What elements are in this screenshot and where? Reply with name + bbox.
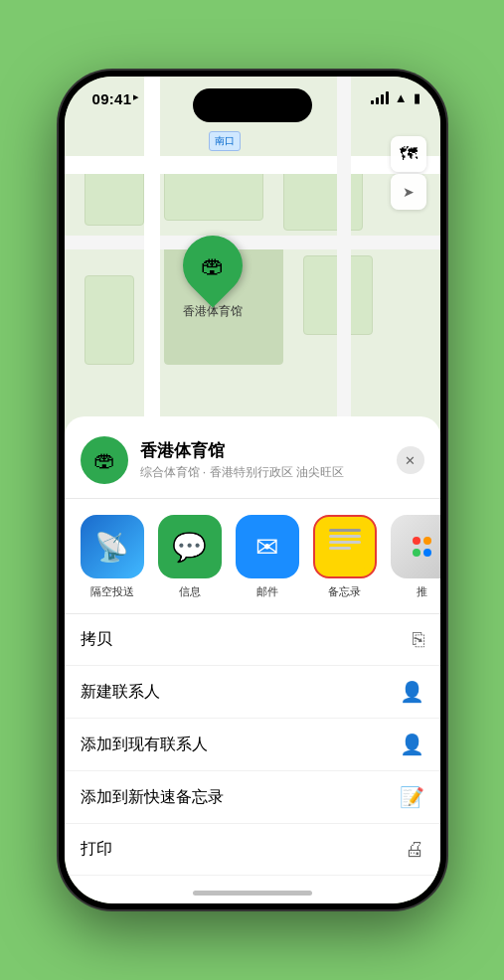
close-button[interactable]: ✕ — [397, 446, 424, 474]
venue-icon: 🏟 — [81, 436, 128, 484]
new-contact-icon: 👤 — [400, 680, 424, 704]
map-block — [84, 166, 144, 226]
battery-icon: ▮ — [414, 90, 420, 105]
notes-label: 备忘录 — [328, 584, 361, 599]
notes-icon-wrap — [313, 515, 377, 578]
menu-item-add-note-label: 添加到新快速备忘录 — [81, 787, 400, 808]
more-icon-wrap — [391, 515, 440, 578]
menu-list: 拷贝 ⎘ 新建联系人 👤 添加到现有联系人 👤 添加到新快速备忘录 📝 打印 — [65, 614, 440, 876]
location-arrow-icon: ▸ — [133, 90, 139, 103]
share-item-notes[interactable]: 备忘录 — [313, 515, 377, 599]
phone-frame: 09:41 ▸ ▲ ▮ — [59, 71, 446, 909]
menu-item-add-note[interactable]: 添加到新快速备忘录 📝 — [65, 771, 440, 824]
copy-icon: ⎘ — [413, 628, 424, 651]
map-block — [84, 275, 134, 365]
mail-label: 邮件 — [256, 584, 278, 599]
airdrop-label: 隔空投送 — [90, 584, 134, 599]
share-item-airdrop[interactable]: 📡 隔空投送 — [81, 515, 144, 599]
map-road-h — [65, 156, 440, 174]
menu-item-new-contact-label: 新建联系人 — [81, 682, 400, 703]
mail-icon: ✉ — [255, 531, 278, 564]
home-indicator — [193, 891, 312, 896]
mail-icon-wrap: ✉ — [236, 515, 299, 578]
share-row: 📡 隔空投送 💬 信息 ✉ 邮件 — [65, 499, 440, 614]
share-item-mail[interactable]: ✉ 邮件 — [236, 515, 299, 599]
map-block — [283, 166, 363, 231]
notes-paper — [324, 523, 366, 571]
message-label: 信息 — [179, 584, 201, 599]
map-controls: 🗺 ➤ — [391, 136, 426, 210]
menu-item-print[interactable]: 打印 🖨 — [65, 824, 440, 876]
share-item-message[interactable]: 💬 信息 — [158, 515, 222, 599]
venue-header: 🏟 香港体育馆 综合体育馆 · 香港特别行政区 油尖旺区 ✕ — [65, 432, 440, 499]
map-type-icon: 🗺 — [400, 144, 418, 165]
pin-icon: 🏟 — [201, 251, 225, 279]
add-note-icon: 📝 — [400, 785, 424, 809]
dynamic-island — [193, 88, 312, 122]
status-icons: ▲ ▮ — [371, 90, 420, 105]
pin-circle: 🏟 — [170, 224, 254, 308]
close-icon: ✕ — [405, 453, 416, 468]
venue-name: 香港体育馆 — [140, 439, 397, 462]
location-button[interactable]: ➤ — [391, 174, 426, 210]
menu-item-print-label: 打印 — [81, 839, 405, 860]
menu-item-new-contact[interactable]: 新建联系人 👤 — [65, 666, 440, 719]
map-type-button[interactable]: 🗺 — [391, 136, 426, 172]
phone-screen: 09:41 ▸ ▲ ▮ — [65, 77, 440, 903]
message-icon-wrap: 💬 — [158, 515, 222, 578]
message-icon: 💬 — [172, 531, 207, 564]
airdrop-icon-wrap: 📡 — [81, 515, 144, 578]
signal-bars-icon — [371, 91, 389, 104]
venue-subtitle: 综合体育馆 · 香港特别行政区 油尖旺区 — [140, 464, 397, 481]
stadium-pin: 🏟 香港体育馆 — [183, 236, 243, 320]
airdrop-icon: 📡 — [94, 531, 129, 564]
add-existing-contact-icon: 👤 — [400, 733, 424, 756]
menu-item-add-existing-contact[interactable]: 添加到现有联系人 👤 — [65, 719, 440, 771]
map-label: 南口 — [209, 131, 241, 151]
bottom-sheet: 🏟 香港体育馆 综合体育馆 · 香港特别行政区 油尖旺区 ✕ 📡 隔空投送 — [65, 416, 440, 903]
venue-icon-symbol: 🏟 — [93, 447, 115, 473]
more-label: 推 — [417, 584, 427, 599]
share-item-more[interactable]: 推 — [391, 515, 440, 599]
status-time: 09:41 — [92, 90, 132, 107]
map-road-h2 — [65, 236, 440, 249]
venue-info: 香港体育馆 综合体育馆 · 香港特别行政区 油尖旺区 — [140, 439, 397, 481]
print-icon: 🖨 — [405, 838, 424, 861]
menu-item-copy[interactable]: 拷贝 ⎘ — [65, 614, 440, 666]
location-icon: ➤ — [403, 184, 415, 200]
menu-item-copy-label: 拷贝 — [81, 629, 413, 650]
map-block — [164, 166, 263, 221]
menu-item-add-existing-label: 添加到现有联系人 — [81, 735, 400, 755]
wifi-icon: ▲ — [395, 90, 408, 105]
